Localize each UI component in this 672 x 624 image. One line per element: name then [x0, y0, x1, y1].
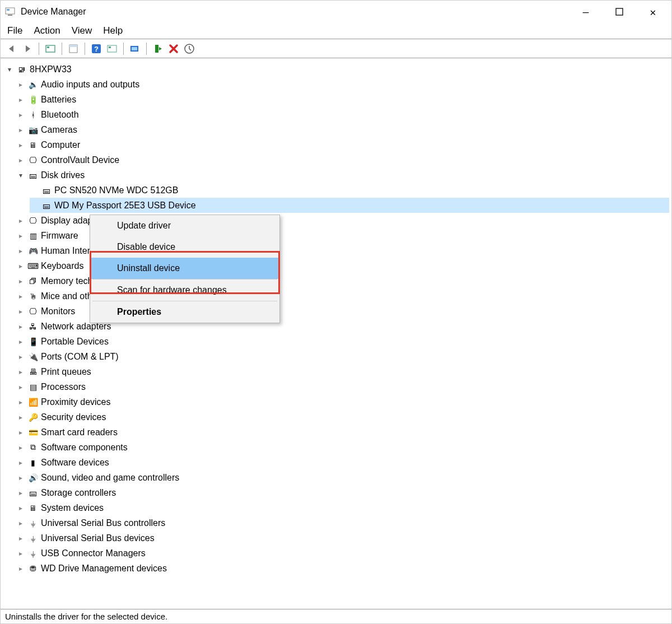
expand-chevron-icon[interactable]	[16, 383, 25, 392]
tree-node[interactable]: 🔈Audio inputs and outputs	[16, 77, 669, 92]
expand-chevron-icon[interactable]	[5, 65, 14, 74]
expand-chevron-icon[interactable]	[16, 458, 25, 467]
tree-node[interactable]: 🔌Ports (COM & LPT)	[16, 349, 669, 364]
expand-chevron-icon[interactable]	[16, 398, 25, 407]
expand-chevron-icon[interactable]	[16, 473, 25, 482]
expand-chevron-icon[interactable]	[16, 125, 25, 134]
expand-chevron-icon[interactable]	[16, 352, 25, 361]
ports-icon: 🔌	[27, 351, 39, 362]
expand-chevron-icon[interactable]	[16, 292, 25, 301]
tree-item-label: Monitors	[41, 306, 75, 316]
expand-chevron-icon[interactable]	[16, 564, 25, 573]
context-menu-item[interactable]: Disable device	[90, 236, 279, 258]
forward-button[interactable]	[21, 42, 34, 55]
close-button[interactable]: ✕	[645, 3, 661, 20]
tree-node[interactable]: 🖵ControlVault Device	[16, 152, 669, 167]
tree-node[interactable]: 💳Smart card readers	[16, 425, 669, 440]
expand-chevron-icon[interactable]	[16, 322, 25, 331]
tree-leaf[interactable]: 🖴PC SN520 NVMe WDC 512GB	[30, 183, 669, 198]
keyboard-icon: ⌨	[27, 260, 39, 272]
update-driver-button[interactable]	[128, 42, 142, 55]
expand-chevron-icon[interactable]	[16, 80, 25, 89]
tree-node[interactable]: 🔋Batteries	[16, 92, 669, 107]
tree-node[interactable]: 🖴Disk drives	[16, 167, 669, 183]
show-hidden-button[interactable]	[44, 42, 57, 55]
expand-chevron-icon[interactable]	[16, 141, 25, 150]
camera-icon: 📷	[27, 124, 39, 136]
menu-help[interactable]: Help	[103, 25, 123, 36]
tree-node[interactable]: 📷Cameras	[16, 122, 669, 137]
expand-chevron-icon[interactable]	[16, 231, 25, 240]
expand-chevron-icon[interactable]	[16, 413, 25, 422]
tree-leaf[interactable]: 🖴WD My Passport 25E3 USB Device	[30, 198, 669, 213]
expand-chevron-icon[interactable]	[16, 277, 25, 286]
expand-chevron-icon[interactable]	[16, 246, 25, 255]
scan-button[interactable]	[105, 42, 119, 55]
tree-item-label: Cameras	[41, 125, 77, 135]
uninstall-button[interactable]	[167, 42, 180, 55]
tree-node[interactable]: ⏚Universal Serial Bus devices	[16, 530, 669, 546]
help-button[interactable]: ?	[90, 42, 103, 55]
context-menu-item[interactable]: Uninstall device	[90, 258, 279, 279]
tree-root-node[interactable]: 🖳8HXPW33	[3, 62, 669, 77]
portable-icon: 📱	[27, 336, 39, 347]
maximize-button[interactable]	[611, 3, 628, 20]
back-button[interactable]	[5, 42, 18, 55]
svg-rect-1	[7, 9, 10, 11]
menu-action[interactable]: Action	[34, 25, 60, 36]
tree-node[interactable]: 📱Portable Devices	[16, 334, 669, 349]
expand-chevron-icon[interactable]	[16, 110, 25, 119]
expand-chevron-icon[interactable]	[16, 262, 25, 271]
tree-item-label: Keyboards	[41, 261, 84, 271]
menu-view[interactable]: View	[72, 25, 92, 36]
expand-chevron-icon[interactable]	[16, 171, 25, 180]
drive-mgmt-icon: ⛃	[27, 563, 39, 574]
context-menu-item[interactable]: Scan for hardware changes	[90, 280, 279, 301]
expand-chevron-icon[interactable]	[16, 156, 25, 165]
expand-chevron-icon[interactable]	[16, 534, 25, 543]
tree-node[interactable]: ⛃WD Drive Management devices	[16, 561, 669, 576]
usb-icon: ⏚	[27, 548, 39, 559]
tree-item-label: Portable Devices	[41, 337, 109, 347]
tree-node[interactable]: 🖥System devices	[16, 500, 669, 515]
scan-hardware-button[interactable]	[183, 42, 196, 55]
tree-node[interactable]: ⏚USB Connector Managers	[16, 546, 669, 561]
tree-node[interactable]: 🔑Security devices	[16, 409, 669, 425]
expand-chevron-icon[interactable]	[16, 428, 25, 437]
menu-file[interactable]: File	[7, 25, 22, 36]
expand-chevron-icon[interactable]	[16, 367, 25, 376]
context-menu-item[interactable]: Update driver	[90, 215, 279, 236]
tree-node[interactable]: 🔊Sound, video and game controllers	[16, 470, 669, 485]
expand-chevron-icon[interactable]	[16, 216, 25, 225]
tree-content[interactable]: 🖳8HXPW33🔈Audio inputs and outputs🔋Batter…	[1, 58, 671, 609]
tree-node[interactable]: ᚼBluetooth	[16, 107, 669, 122]
display-icon: 🖵	[27, 215, 39, 226]
tree-node[interactable]: ⧉Software components	[16, 440, 669, 455]
printer-icon: 🖶	[27, 366, 39, 378]
tree-item-label: WD My Passport 25E3 USB Device	[54, 201, 196, 211]
expand-chevron-icon[interactable]	[16, 337, 25, 346]
context-menu: Update driverDisable deviceUninstall dev…	[90, 215, 280, 323]
bluetooth-icon: ᚼ	[27, 109, 39, 120]
minimize-button[interactable]: —	[577, 3, 594, 20]
tree-node[interactable]: 📶Proximity devices	[16, 394, 669, 409]
expand-chevron-icon[interactable]	[16, 549, 25, 558]
expand-chevron-icon[interactable]	[16, 307, 25, 316]
tree-node[interactable]: 🖥Computer	[16, 137, 669, 152]
tree-node[interactable]: ⏚Universal Serial Bus controllers	[16, 515, 669, 530]
enable-button[interactable]	[151, 42, 165, 55]
tree-node[interactable]: 🖶Print queues	[16, 364, 669, 379]
expand-chevron-icon[interactable]	[16, 488, 25, 497]
properties-button[interactable]	[67, 42, 80, 55]
memory-icon: 🗇	[27, 276, 39, 287]
tree-item-label: Processors	[41, 382, 86, 392]
tree-node[interactable]: ▮Software devices	[16, 455, 669, 470]
expand-chevron-icon[interactable]	[16, 95, 25, 104]
expand-chevron-icon[interactable]	[16, 519, 25, 528]
tree-node[interactable]: 🖴Storage controllers	[16, 485, 669, 500]
expand-chevron-icon[interactable]	[16, 443, 25, 452]
tree-item-label: PC SN520 NVMe WDC 512GB	[54, 185, 178, 195]
expand-chevron-icon[interactable]	[16, 504, 25, 513]
tree-node[interactable]: ▤Processors	[16, 379, 669, 394]
context-menu-item[interactable]: Properties	[90, 301, 279, 323]
